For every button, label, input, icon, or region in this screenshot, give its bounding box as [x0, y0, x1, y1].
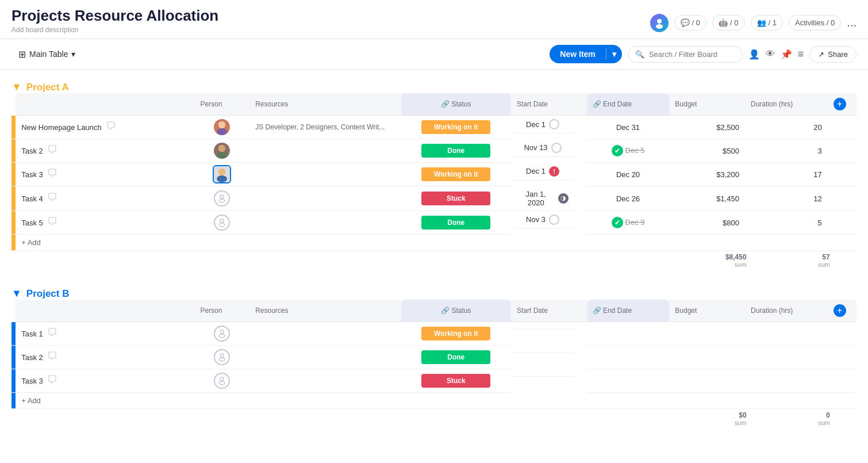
- filter-icon[interactable]: ≡: [798, 48, 804, 60]
- activities-button[interactable]: Activities / 0: [789, 15, 841, 30]
- avatar-empty[interactable]: [214, 215, 230, 231]
- status-badge[interactable]: Done: [421, 216, 490, 229]
- comment-button[interactable]: [48, 145, 57, 156]
- avatar[interactable]: [214, 143, 230, 159]
- add-row[interactable]: + Add: [11, 235, 857, 251]
- share-button[interactable]: ↗ Share: [809, 46, 857, 63]
- avatar-empty[interactable]: [214, 349, 230, 365]
- duration-cell: 5: [745, 211, 828, 235]
- status-cell[interactable]: Stuck: [401, 369, 512, 393]
- end-date-cell: Dec 26: [587, 186, 670, 211]
- project-a-chevron[interactable]: ▼: [11, 81, 22, 93]
- status-cell[interactable]: Working on it: [401, 163, 512, 186]
- add-row[interactable]: + Add: [11, 393, 857, 409]
- status-cell[interactable]: Working on it: [401, 322, 512, 346]
- pin-icon[interactable]: 📌: [781, 49, 792, 60]
- eye-icon[interactable]: 👁: [766, 49, 775, 59]
- project-a-title: Project A: [26, 82, 69, 93]
- new-item-button[interactable]: New Item ▾: [550, 45, 621, 63]
- person-filter-icon[interactable]: 👤: [748, 49, 760, 60]
- comment-count-button[interactable]: 💬 / 0: [674, 15, 706, 30]
- resources-cell: [249, 369, 401, 393]
- status-badge[interactable]: Working on it: [421, 120, 490, 134]
- task-name-cell: Task 5: [16, 211, 194, 235]
- comment-button[interactable]: [106, 121, 116, 133]
- status-cell[interactable]: Done: [401, 139, 512, 163]
- th-person-a: Person: [194, 93, 249, 116]
- comment-button[interactable]: [48, 351, 57, 363]
- status-cell[interactable]: Working on it: [401, 116, 512, 139]
- status-badge[interactable]: Done: [421, 350, 490, 364]
- th-add-b[interactable]: +: [828, 300, 857, 322]
- status-cell[interactable]: Done: [401, 211, 512, 235]
- th-budget-b: Budget: [669, 300, 745, 322]
- budget-cell: $500: [669, 139, 745, 163]
- date-error-icon: !: [549, 166, 559, 177]
- status-badge[interactable]: Stuck: [421, 374, 490, 388]
- new-item-arrow-icon[interactable]: ▾: [606, 45, 622, 63]
- th-status-b[interactable]: 🔗 Status: [401, 300, 512, 322]
- budget-cell: $1,450: [669, 186, 745, 211]
- person-cell: [194, 186, 249, 211]
- avatar[interactable]: [214, 166, 230, 182]
- person-count-button[interactable]: 👥 / 1: [751, 15, 783, 30]
- comment-button[interactable]: [48, 193, 57, 204]
- th-status-a[interactable]: 🔗 Status: [401, 93, 512, 116]
- add-column-button-b[interactable]: +: [834, 304, 846, 317]
- row-indicator: [11, 186, 16, 211]
- search-input[interactable]: [649, 50, 735, 59]
- main-table-button[interactable]: ⊞ Main Table ▾: [11, 45, 82, 63]
- project-a-table: Person Resources 🔗 Status Start Date 🔗 E…: [11, 93, 857, 251]
- status-badge[interactable]: Working on it: [421, 167, 490, 181]
- th-enddate-b: 🔗 End Date: [587, 300, 670, 322]
- project-a-sum-table: $8,450 sum 57 sum: [11, 251, 857, 270]
- svg-point-4: [218, 121, 225, 128]
- svg-point-18: [219, 358, 225, 361]
- comment-button[interactable]: [48, 169, 57, 180]
- start-date-cell: [511, 322, 574, 330]
- project-b-chevron[interactable]: ▼: [11, 288, 22, 300]
- user-avatar[interactable]: [650, 14, 669, 32]
- add-task-button[interactable]: + Add: [16, 393, 857, 409]
- project-a-header: ▼ Project A: [11, 81, 857, 93]
- add-task-button[interactable]: + Add: [16, 235, 857, 251]
- avatar-empty[interactable]: [214, 326, 230, 342]
- status-badge[interactable]: Working on it: [421, 327, 490, 340]
- status-cell[interactable]: Done: [401, 346, 512, 369]
- avatar-empty[interactable]: [214, 190, 230, 206]
- task-row: Task 2 Done Nov 13 ✔Dec 5 $50: [11, 139, 857, 163]
- avatar-empty[interactable]: [214, 373, 230, 389]
- robot-count-button[interactable]: 🤖 / 0: [712, 15, 744, 30]
- resources-cell: [249, 186, 401, 211]
- share-icon: ↗: [818, 50, 824, 59]
- end-date-cell: Dec 31: [587, 116, 670, 139]
- budget-value: $800: [723, 219, 739, 227]
- status-badge[interactable]: Done: [421, 144, 490, 158]
- th-add-a[interactable]: +: [828, 93, 857, 116]
- end-date-text: Dec 31: [616, 123, 640, 132]
- svg-point-13: [220, 219, 224, 223]
- comment-button[interactable]: [48, 217, 57, 228]
- more-options-button[interactable]: ...: [847, 16, 857, 29]
- comment-button[interactable]: [48, 375, 57, 387]
- project-a-sum-budget: $8,450 sum: [676, 251, 752, 270]
- svg-point-0: [657, 19, 662, 24]
- task-name: Task 2: [21, 147, 43, 155]
- add-column-button-a[interactable]: +: [834, 98, 846, 110]
- enddate-link-icon-b: 🔗: [593, 307, 601, 315]
- status-cell[interactable]: Stuck: [401, 186, 512, 211]
- status-link-icon-b: 🔗: [441, 307, 450, 315]
- start-date: Dec 1: [526, 167, 546, 175]
- end-date-cell: [587, 369, 670, 393]
- status-badge[interactable]: Stuck: [421, 192, 490, 205]
- avatar[interactable]: [214, 119, 230, 135]
- svg-point-15: [220, 330, 224, 334]
- date-done-icon: ✔: [612, 217, 623, 228]
- person-cell: [194, 346, 249, 369]
- svg-point-9: [217, 175, 227, 182]
- board-description[interactable]: Add board description: [11, 26, 218, 34]
- end-date-text: Dec 20: [616, 170, 640, 179]
- end-date-cell: [587, 322, 670, 346]
- comment-button[interactable]: [48, 328, 57, 339]
- budget-value: $2,500: [716, 123, 739, 132]
